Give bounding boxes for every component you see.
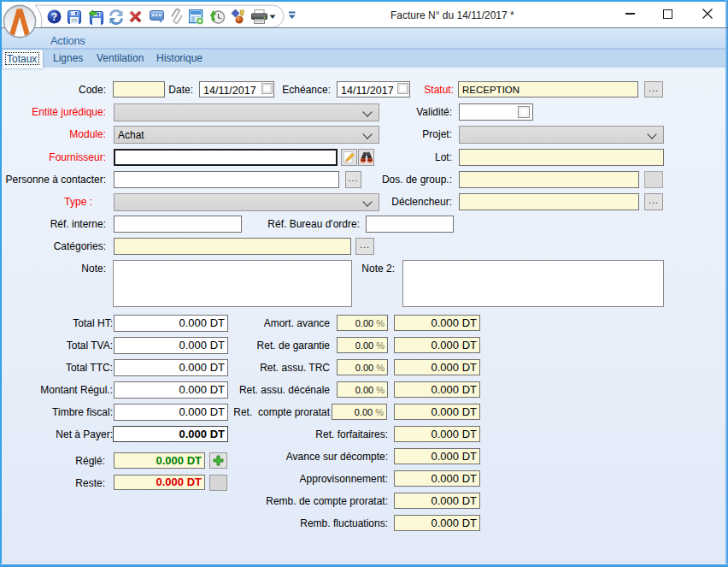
svg-text:?: ? [51,11,57,23]
